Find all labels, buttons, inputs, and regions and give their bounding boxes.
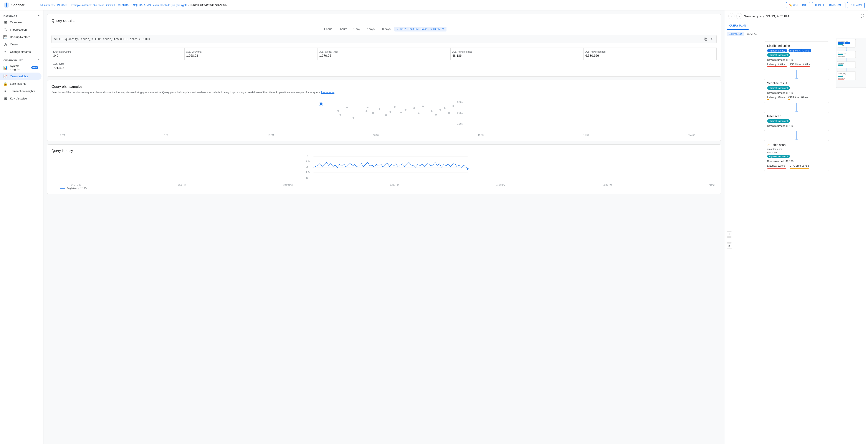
rp-tabs: QUERY PLAN xyxy=(725,22,868,30)
observability-section-title: OBSERVABILITY ⌃ xyxy=(0,55,43,63)
zoom-reset-button[interactable]: ↺ xyxy=(726,243,732,249)
zoom-in-button[interactable]: + xyxy=(726,231,732,237)
rp-header: ‹ › Sample query: 3/1/23, 9:55 PM xyxy=(725,10,868,22)
sidebar-item-transaction-insights[interactable]: ≡ Transaction insights xyxy=(0,87,41,95)
key-visualizer-icon: ⊞ xyxy=(3,96,7,100)
node-metrics-0: Latency: 2.78 s CPU time: 2.78 s xyxy=(767,63,826,67)
svg-point-19 xyxy=(394,106,396,108)
stat-avg-latency: Avg. latency (ms) 1,970.25 xyxy=(317,48,451,60)
node-badges-3: Highest row count xyxy=(767,155,826,159)
node-rows-3: Rows returned: 48,186 xyxy=(767,160,826,163)
stat-avg-cpu: Avg. CPU (ms) 1,968.93 xyxy=(185,48,318,60)
sidebar-item-lock-insights[interactable]: 🔒 Lock insights xyxy=(0,80,41,87)
sql-text: SELECT quantity, order_id FROM order_ite… xyxy=(54,37,150,40)
rp-outer: ‹ › Sample query: 3/1/23, 9:55 PM QUERY … xyxy=(725,10,868,444)
svg-point-21 xyxy=(405,109,406,111)
svg-point-11 xyxy=(340,114,341,116)
sidebar-item-overview[interactable]: ⊞ Overview xyxy=(0,19,41,26)
svg-text:1s: 1s xyxy=(306,177,308,179)
query-latency-card: Query latency 3s 2.5s 2s 1.5s 1s xyxy=(47,144,721,194)
main-layout: DATABASE ⌃ ⊞ Overview ⇅ Import/Export 💾 … xyxy=(0,10,868,444)
sidebar-item-query[interactable]: ◷ Query xyxy=(0,40,41,48)
svg-text:3s: 3s xyxy=(306,155,308,157)
stat-avg-bytes: Avg. bytes 721,498 xyxy=(52,60,185,72)
svg-rect-2 xyxy=(705,38,707,40)
latency-legend: Avg latency: 2.236s xyxy=(52,186,717,189)
svg-point-14 xyxy=(367,107,369,109)
svg-point-17 xyxy=(385,114,387,116)
badge-highest-row-count-0: Highest row count xyxy=(767,53,790,57)
write-ddl-button[interactable]: ✏️ WRITE DDL xyxy=(786,2,810,8)
view-expanded-button[interactable]: EXPANDED xyxy=(726,32,744,36)
right-panel: ‹ › Sample query: 3/1/23, 9:55 PM QUERY … xyxy=(725,10,868,444)
sidebar-item-key-visualizer[interactable]: ⊞ Key Visualizer xyxy=(0,95,41,102)
breadcrumb-instance[interactable]: INSTANCE example-instance: Overview xyxy=(57,4,103,7)
query-plan-samples-title: Query plan samples xyxy=(52,85,717,89)
node-table-scan: ⚠ Table scan on order_item Full scan Hig… xyxy=(764,140,829,171)
zoom-out-button[interactable]: − xyxy=(726,237,732,243)
time-6hours[interactable]: 6 hours xyxy=(336,27,349,31)
svg-text:1.50s: 1.50s xyxy=(457,123,463,125)
learn-button[interactable]: ↗ LEARN xyxy=(847,2,865,8)
system-insights-icon: 📊 xyxy=(3,66,7,69)
sidebar-item-system-insights[interactable]: 📊 System insights NEW xyxy=(0,63,41,72)
sql-bar-actions xyxy=(703,37,714,41)
node-metrics-1: Latency: 20 ms CPU time: 20 ms xyxy=(767,96,826,100)
svg-text:3.00s: 3.00s xyxy=(457,101,463,103)
svg-point-22 xyxy=(413,107,415,109)
node-title-table-scan: Table scan xyxy=(771,143,786,147)
breadcrumb-database[interactable]: GOOGLE STANDARD SQL DATABASE example-db-… xyxy=(106,4,187,7)
rp-expand-button[interactable] xyxy=(861,14,865,19)
sidebar-item-query-insights[interactable]: 📈 Query insights xyxy=(0,72,41,80)
time-7days[interactable]: 7 days xyxy=(364,27,377,31)
breadcrumb-all-instances[interactable]: All instances xyxy=(40,4,55,7)
sidebar-item-import-export[interactable]: ⇅ Import/Export xyxy=(0,26,41,33)
node-subtitle2-table-scan: Full scan xyxy=(767,151,826,154)
minimap-svg: Distributed union Latency: 2.78s Seri xyxy=(836,38,866,88)
expand-sql-button[interactable] xyxy=(710,37,714,41)
svg-text:2s: 2s xyxy=(306,166,308,168)
query-details-title: Query details xyxy=(52,19,717,23)
rp-next-button[interactable]: › xyxy=(736,13,742,19)
svg-rect-1 xyxy=(6,4,7,6)
tab-query-plan[interactable]: QUERY PLAN xyxy=(726,22,749,30)
cpu-bar-0 xyxy=(790,66,810,67)
svg-rect-51 xyxy=(838,47,844,47)
svg-point-27 xyxy=(439,109,441,111)
badge-highest-row-count-2: Highest row count xyxy=(767,119,790,123)
svg-rect-3 xyxy=(704,38,706,40)
rp-prev-button[interactable]: ‹ xyxy=(728,13,735,19)
content-area: Query details 1 hour 6 hours 1 day 7 day… xyxy=(43,10,868,444)
node-metrics-3: Latency: 2.75 s CPU time: 2.75 s xyxy=(767,164,826,169)
node-rows-1: Rows returned: 48,186 xyxy=(767,91,826,94)
view-compact-button[interactable]: COMPACT xyxy=(745,32,761,36)
svg-text:Distributed union: Distributed union xyxy=(838,40,847,42)
main-panel: Query details 1 hour 6 hours 1 day 7 day… xyxy=(43,10,725,444)
node-filter-scan: Filter scan Highest row count Rows retur… xyxy=(764,112,829,131)
copy-sql-button[interactable] xyxy=(703,37,708,41)
time-range-selected[interactable]: ✓ 3/1/23, 8:43 PM - 3/2/23, 12:04 AM ▼ xyxy=(394,27,446,31)
delete-database-button[interactable]: 🗑 DELETE DATABASE xyxy=(812,2,845,8)
badge-highest-row-count-3: Highest row count xyxy=(767,155,790,158)
sidebar-item-backup-restore[interactable]: 💾 Backup/Restore xyxy=(0,33,41,40)
connector-1 xyxy=(796,103,797,112)
svg-text:⚠ Table scan: ⚠ Table scan xyxy=(838,73,845,74)
warning-icon: ⚠ xyxy=(767,143,770,147)
stat-avg-rows-scanned: Avg. rows scanned 6,580,166 xyxy=(584,48,717,60)
node-badges-0: Highest latency Highest CPU time Highest… xyxy=(767,49,826,58)
transaction-insights-icon: ≡ xyxy=(3,89,7,93)
svg-point-16 xyxy=(379,108,380,110)
node-title-filter-scan: Filter scan xyxy=(767,115,826,118)
learn-more-link[interactable]: Learn more xyxy=(321,91,335,94)
svg-point-29 xyxy=(448,112,450,114)
nav-actions: ✏️ WRITE DDL 🗑 DELETE DATABASE ↗ LEARN xyxy=(786,2,865,8)
latency-bar-3 xyxy=(767,168,786,169)
breadcrumb: All instances › INSTANCE example-instanc… xyxy=(40,4,784,7)
svg-point-44 xyxy=(467,168,469,170)
time-30days[interactable]: 30 days xyxy=(378,27,393,31)
time-1day[interactable]: 1 day xyxy=(351,27,363,31)
node-badges-2: Highest row count xyxy=(767,119,826,124)
svg-point-13 xyxy=(366,110,367,112)
time-1hour[interactable]: 1 hour xyxy=(321,27,334,31)
sidebar-item-change-streams[interactable]: ≡ Change streams xyxy=(0,48,41,55)
